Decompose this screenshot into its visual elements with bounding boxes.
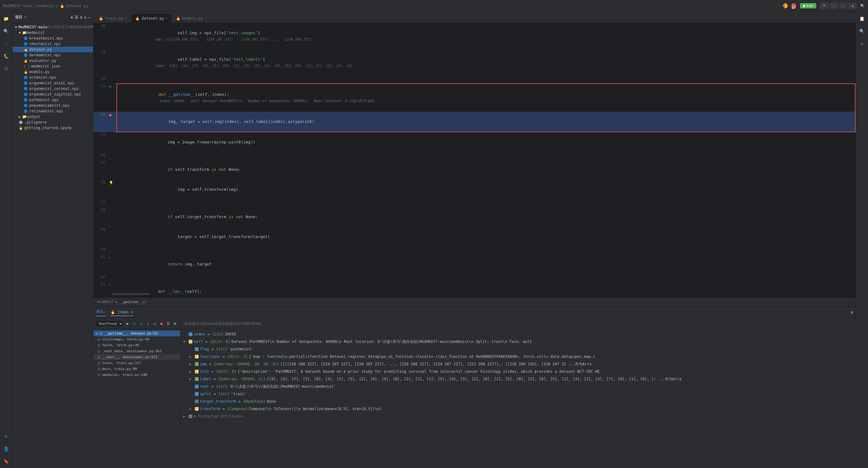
tree-pathmnist[interactable]: 🔵 pathmnist.npz (12, 97, 93, 103)
tree-organmnist-coronal[interactable]: 🔵 organmnist_coronal.npz (12, 86, 93, 92)
fold-icon[interactable]: ⊳ (109, 256, 111, 259)
tree-output[interactable]: ▶ 📁 output (12, 114, 93, 120)
lightbulb-icon[interactable]: 💡 (109, 181, 113, 185)
step-over-button[interactable]: ⟳ (820, 3, 829, 9)
tab-models-py[interactable]: 🔥 models.py ✕ (172, 13, 211, 23)
var-index[interactable]: index = {int} 36039 (181, 331, 856, 338)
step-out-btn[interactable]: ↑ (145, 320, 151, 327)
close-sidebar-icon[interactable]: — (88, 15, 91, 20)
close-tab-icon[interactable]: ✕ (205, 16, 207, 20)
tree-gitignore[interactable]: 🔘 .gitignore (12, 120, 93, 125)
var-split[interactable]: split = {str} 'train' (181, 390, 856, 398)
close-tab-icon[interactable]: ✕ (125, 16, 127, 20)
collapse-all-icon[interactable]: ☰ (75, 15, 78, 20)
npz-icon: 🔵 (24, 36, 28, 40)
stop-button[interactable]: ■ (849, 3, 857, 9)
thread-select[interactable]: MainThread (96, 321, 124, 327)
run-button[interactable]: ▶ train (800, 3, 816, 8)
editor-area: 🔥 train.py ✕ 🔥 dataset.py ✕ 🔥 models.py … (93, 12, 856, 468)
tree-pneumoniamnist[interactable]: 🔵 pneumoniamnist.npz (12, 103, 93, 108)
var-target-transform[interactable]: target_transform = {NoneType} None (181, 398, 856, 405)
expression-input[interactable] (184, 322, 852, 326)
tree-medmnist-folder[interactable]: ▼ 📁 medmnist (12, 30, 93, 35)
stop-debug-btn[interactable]: ■ (159, 320, 164, 327)
search-sidebar-icon[interactable]: 🔍 (2, 27, 10, 35)
var-img[interactable]: ▶ img = {ndarray: (89996, 28, 28, 3)} [[… (181, 360, 856, 368)
close-tab-icon[interactable]: ✕ (166, 16, 168, 20)
accounts-icon[interactable]: 👤 (2, 444, 10, 453)
horizontal-scrollbar[interactable] (112, 293, 150, 295)
line-content: self.label = npz_file['test_labels'] lab… (117, 49, 856, 76)
settings-tree-icon[interactable]: ⚙ (84, 15, 87, 20)
var-flag[interactable]: flag = {str} 'pathmnist' (181, 345, 856, 353)
tree-models-py[interactable]: 🔥 models.py (12, 69, 93, 75)
table-view-btn[interactable]: ⊞ (172, 320, 178, 327)
breakpoint-icon[interactable]: ● (109, 112, 112, 117)
step-out-button[interactable]: ↑ (840, 3, 847, 9)
tree-medmnist-json[interactable]: { } medmnist.json (12, 64, 93, 69)
var-transform[interactable]: ▶ transform = {Compose} Compose(\n ToTen… (181, 405, 856, 412)
extensions-icon[interactable]: ⧉ (2, 64, 10, 73)
code-line-61: 61 ⊳ return img, target (93, 254, 856, 274)
tree-retinamnist[interactable]: 🔵 retinamnist.npz (12, 108, 93, 114)
tree-evaluator[interactable]: 🔥 evaluator.py (12, 58, 93, 64)
chevron-down-icon: ▼ (19, 31, 21, 35)
stack-listcomp[interactable]: □ <listcomp>, fetch.py:49 (93, 336, 180, 342)
debug-inline-hint: img: [[[[220 208 227], [219 207 227], [2… (154, 37, 313, 41)
settings-icon[interactable]: ⚙ (2, 432, 10, 441)
var-label[interactable]: ▶ label = {ndarray: (89996, 1)} [[0], [4… (181, 375, 856, 383)
line-content: if self.target_transform is not None: (117, 207, 856, 227)
tree-ipynb[interactable]: 🔥 getting_started.ipynb (12, 125, 93, 131)
var-protected[interactable]: ▶ ♦ Protected Attributes (181, 412, 856, 420)
step-into-btn[interactable]: ↓ (138, 320, 144, 327)
tree-chestmnist[interactable]: 🔵 chestmnist.npz (12, 41, 93, 47)
right-icon-1[interactable]: 📋 (858, 14, 866, 23)
debug-tab-label[interactable]: 调试: (96, 308, 105, 316)
sort-icon[interactable]: ≡ (80, 15, 82, 20)
stack-next-data[interactable]: □ _next_data, dataloader.py:561 (93, 348, 180, 354)
tree-root[interactable]: ▼ MedMNIST-main D:\E盘\学习\项目实战\MedMNIST-m (12, 24, 93, 30)
stack-fetch[interactable]: □ fetch, fetch.py:49 (93, 342, 180, 348)
fold-icon[interactable]: ⊳ (109, 283, 111, 287)
git-icon[interactable]: ⑂ (2, 39, 10, 48)
line-content: def __getitem__(self, index): index: 360… (117, 83, 856, 112)
tree-breastmnist[interactable]: 🔵 breastmnist.npz (12, 35, 93, 41)
debug-tab-train[interactable]: 🔥 train × (111, 309, 133, 316)
debug-icon[interactable]: 🐛 (2, 52, 10, 60)
right-icon-3[interactable]: ⚙ (858, 39, 866, 48)
stack-getitem[interactable]: ▶ □ __getitem__, dataset.py:52 (93, 331, 180, 336)
tree-organmnist-sagittal[interactable]: 🔵 organmnist_sagittal.npz (12, 92, 93, 97)
debug-settings-icon[interactable]: ⚙ (850, 310, 853, 314)
tree-dermamnist[interactable]: 🔵 dermamnist.npz (12, 52, 93, 58)
tree-organmnist-axial[interactable]: 🔵 organmnist_axial.npz (12, 80, 93, 86)
var-self[interactable]: ▼ self = {dict: 8} Dataset PathMNIST\n N… (181, 338, 856, 345)
stack-main[interactable]: □ main, train.py:90 (93, 366, 180, 372)
var-name: info (200, 369, 209, 374)
bookmarks-icon[interactable]: 🔖 (2, 457, 10, 466)
files-icon[interactable]: 📁 (2, 14, 10, 23)
step-in-button[interactable]: ↓ (830, 3, 838, 9)
rerun-btn[interactable]: ↺ (152, 320, 158, 327)
stack-module[interactable]: □ <module>, train.py:240 (93, 372, 180, 378)
right-icon-2[interactable]: 🔍 (858, 27, 866, 35)
var-functions[interactable]: ▶ functions = {dict: 2} {'map': functool… (181, 353, 856, 360)
tree-octmnist[interactable]: 🔵 octmnist.npz (12, 75, 93, 80)
search-icon[interactable]: 🔍 (860, 4, 865, 8)
var-root[interactable]: root = {str} 'D:\\E盘\\学习\\项目实战\\MedMNIST… (181, 383, 856, 390)
tab-train-py[interactable]: 🔥 train.py ✕ (95, 13, 131, 23)
code-editor[interactable]: 48 self.img = npz_file['test_images'] im… (93, 23, 856, 298)
project-name[interactable]: MedMNIST-main (3, 4, 32, 8)
breadcrumb-getitem[interactable]: __getitem__() (120, 300, 146, 304)
step-over-btn[interactable]: ↷ (132, 320, 137, 327)
sidebar: 项目 ▼ ⊕ ☰ ≡ ⚙ — ▼ MedMNIST-main D:\E盘\学习\… (12, 12, 93, 468)
tab-dataset-py[interactable]: 🔥 dataset.py ✕ (131, 13, 172, 23)
new-file-icon[interactable]: ⊕ (71, 15, 73, 20)
tree-dataset-py[interactable]: 🔥 dataset.py (12, 47, 93, 52)
var-info[interactable]: ▶ info = {dict: 8} {'description': 'Path… (181, 368, 856, 375)
folder-name[interactable]: medmnist (37, 4, 55, 8)
file-name[interactable]: 🔥 (60, 4, 64, 8)
stack-next[interactable]: □ __next__, dataloader.py:521 (93, 354, 180, 360)
mute-btn[interactable]: ☰ (166, 320, 171, 327)
resume-button[interactable]: ▶ (125, 320, 130, 327)
stack-train[interactable]: □ train, train.py:117 (93, 360, 180, 366)
